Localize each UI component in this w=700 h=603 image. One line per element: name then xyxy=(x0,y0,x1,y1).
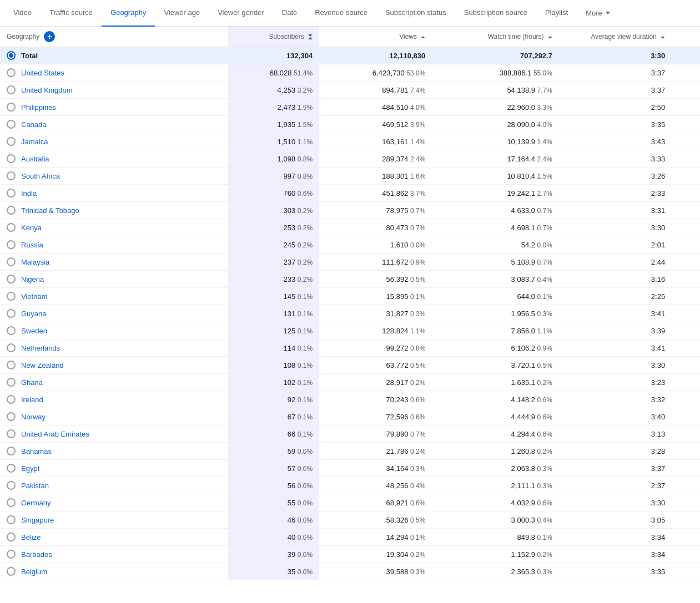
row-radio-button[interactable] xyxy=(7,550,16,559)
views-cell: 28,917 0.2% xyxy=(319,374,432,391)
country-link[interactable]: Philippines xyxy=(21,103,56,112)
row-radio-button[interactable] xyxy=(7,481,16,490)
country-link[interactable]: Jamaica xyxy=(21,138,48,146)
table-row: Egypt 57 0.0%34,164 0.3%2,063.8 0.3%3:37 xyxy=(0,460,700,477)
row-radio-button[interactable] xyxy=(7,395,16,404)
watch-time-pct: 55.0% xyxy=(533,69,552,77)
country-link[interactable]: Ghana xyxy=(21,378,43,387)
subscribers-pct: 3.2% xyxy=(298,87,313,94)
total-radio-button[interactable] xyxy=(7,51,16,60)
avg-duration-cell: 3:35 xyxy=(559,563,672,580)
row-radio-button[interactable] xyxy=(7,206,16,215)
country-link[interactable]: Malaysia xyxy=(21,258,49,266)
country-link[interactable]: Canada xyxy=(21,120,47,129)
country-link[interactable]: Guyana xyxy=(21,310,47,318)
row-radio-button[interactable] xyxy=(7,223,16,232)
row-radio-button[interactable] xyxy=(7,257,16,266)
geo-cell: South Africa xyxy=(0,168,228,185)
country-link[interactable]: Egypt xyxy=(21,464,39,473)
views-column-header[interactable]: Views xyxy=(319,27,432,47)
row-radio-button[interactable] xyxy=(7,412,16,421)
country-link[interactable]: United Arab Emirates xyxy=(21,430,89,438)
tab-viewer-gender[interactable]: Viewer gender xyxy=(209,0,273,27)
row-radio-button[interactable] xyxy=(7,292,16,301)
watch-time-pct: 0.7% xyxy=(537,259,552,266)
table-row: South Africa 997 0.8%188,301 1.6%10,810.… xyxy=(0,168,700,185)
country-link[interactable]: Singapore xyxy=(21,516,54,524)
geo-cell: Belgium xyxy=(0,563,228,580)
tab-viewer-age[interactable]: Viewer age xyxy=(155,0,209,27)
tab-playlist[interactable]: Playlist xyxy=(536,0,577,27)
avg-duration-cell: 2:01 xyxy=(559,236,672,254)
tab-date[interactable]: Date xyxy=(273,0,306,27)
country-link[interactable]: Norway xyxy=(21,413,46,421)
country-link[interactable]: Barbados xyxy=(21,550,52,559)
views-pct: 0.8% xyxy=(410,344,425,352)
row-radio-button[interactable] xyxy=(7,171,16,180)
row-radio-button[interactable] xyxy=(7,240,16,249)
watch-time-pct: 3.3% xyxy=(537,104,552,112)
country-link[interactable]: Kenya xyxy=(21,224,42,232)
row-radio-button[interactable] xyxy=(7,154,16,163)
tab-revenue-source[interactable]: Revenue source xyxy=(306,0,376,27)
row-radio-button[interactable] xyxy=(7,120,16,129)
country-link[interactable]: United Kingdom xyxy=(21,86,73,94)
row-radio-button[interactable] xyxy=(7,567,16,576)
country-link[interactable]: Sweden xyxy=(21,327,47,335)
country-link[interactable]: Belize xyxy=(21,533,41,541)
tab-traffic-source[interactable]: Traffic source xyxy=(41,0,102,27)
row-radio-button[interactable] xyxy=(7,498,16,507)
tab-video[interactable]: Video xyxy=(4,0,41,27)
country-link[interactable]: United States xyxy=(21,69,64,77)
geo-cell: United Kingdom xyxy=(0,82,228,99)
row-spacer xyxy=(672,150,700,168)
watch-time-column-header[interactable]: Watch time (hours) xyxy=(432,27,559,47)
row-radio-button[interactable] xyxy=(7,343,16,352)
row-radio-button[interactable] xyxy=(7,103,16,112)
row-radio-button[interactable] xyxy=(7,429,16,438)
row-radio-button[interactable] xyxy=(7,515,16,524)
row-radio-button[interactable] xyxy=(7,447,16,455)
geo-cell: Philippines xyxy=(0,99,228,116)
country-link[interactable]: Netherlands xyxy=(21,344,60,352)
country-link[interactable]: Bahamas xyxy=(21,447,52,455)
country-link[interactable]: Ireland xyxy=(21,396,43,404)
country-link[interactable]: India xyxy=(21,189,37,197)
country-link[interactable]: New Zealand xyxy=(21,361,64,369)
row-radio-button[interactable] xyxy=(7,309,16,318)
country-link[interactable]: Trinidad & Tobago xyxy=(21,206,79,215)
row-spacer xyxy=(672,133,700,150)
more-menu[interactable]: More xyxy=(577,0,619,27)
subscribers-cell: 237 0.2% xyxy=(228,254,319,271)
row-radio-button[interactable] xyxy=(7,464,16,473)
views-pct: 1.1% xyxy=(410,327,425,335)
country-link[interactable]: Belgium xyxy=(21,567,47,576)
row-radio-button[interactable] xyxy=(7,85,16,94)
tab-geography[interactable]: Geography xyxy=(102,0,155,27)
country-link[interactable]: Vietnam xyxy=(21,292,47,301)
country-link[interactable]: Pakistan xyxy=(21,482,49,490)
add-column-button[interactable]: + xyxy=(44,31,55,42)
total-watch-time: 707,292.7 xyxy=(432,47,559,64)
country-link[interactable]: South Africa xyxy=(21,172,60,180)
country-link[interactable]: Russia xyxy=(21,241,43,249)
country-link[interactable]: Australia xyxy=(21,155,49,163)
watch-time-pct: 1.4% xyxy=(537,138,552,146)
row-radio-button[interactable] xyxy=(7,326,16,335)
tab-subscription-status[interactable]: Subscription status xyxy=(376,0,455,27)
row-radio-button[interactable] xyxy=(7,189,16,197)
tab-subscription-source[interactable]: Subscription source xyxy=(455,0,536,27)
row-radio-button[interactable] xyxy=(7,68,16,77)
row-spacer xyxy=(672,529,700,546)
views-cell: 1,610 0.0% xyxy=(319,236,432,254)
country-link[interactable]: Nigeria xyxy=(21,275,44,283)
row-radio-button[interactable] xyxy=(7,361,16,369)
subscribers-column-header[interactable]: Subscribers xyxy=(228,27,319,47)
avg-duration-column-header[interactable]: Average view duration xyxy=(559,27,672,47)
country-link[interactable]: Germany xyxy=(21,499,51,507)
row-radio-button[interactable] xyxy=(7,378,16,387)
row-radio-button[interactable] xyxy=(7,137,16,146)
row-radio-button[interactable] xyxy=(7,275,16,283)
row-radio-button[interactable] xyxy=(7,533,16,541)
row-spacer xyxy=(672,82,700,99)
